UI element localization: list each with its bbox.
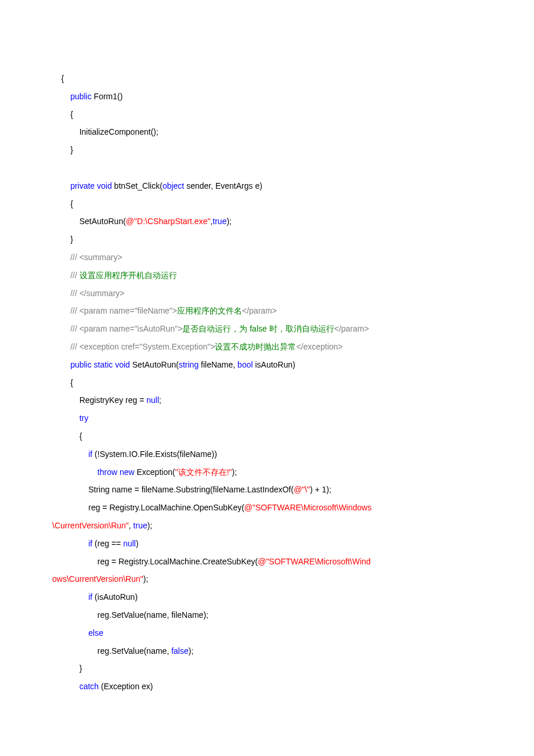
code-token: false — [250, 324, 269, 333]
code-token: </exception> — [296, 342, 342, 351]
code-line: /// <param name="isAutoRun">是否自动运行，为 fal… — [52, 320, 482, 338]
code-token: reg.SetValue(name, — [98, 646, 171, 656]
code-line: String name = fileName.Substring(fileNam… — [52, 481, 482, 499]
code-token: /// — [70, 324, 80, 333]
code-line: else — [52, 624, 482, 642]
code-token: true — [212, 217, 226, 226]
code-token: } — [80, 664, 82, 673]
code-line: ows\CurrentVersion\Run"); — [52, 570, 482, 588]
code-token: { — [70, 378, 73, 387]
code-token: void — [97, 181, 112, 190]
code-token: sender, EventArgs e) — [184, 181, 262, 190]
code-line: if (!System.IO.File.Exists(fileName)) — [52, 445, 482, 463]
code-token: else — [88, 628, 103, 638]
code-token: 设置不成功时抛出异常 — [215, 342, 296, 351]
code-line: /// <exception cref="System.Exception">设… — [52, 338, 482, 356]
code-line: \CurrentVersion\Run", true); — [52, 517, 482, 535]
code-token: reg = Registry.LocalMachine.OpenSubKey( — [88, 503, 244, 512]
code-token: ; — [159, 395, 161, 405]
code-token: bool — [237, 360, 252, 369]
code-token: void — [115, 360, 130, 369]
code-token: ows\CurrentVersion\Run" — [52, 574, 143, 584]
code-token: (Exception ex) — [99, 682, 153, 691]
code-line: try — [52, 409, 482, 427]
code-token: { — [80, 431, 82, 441]
code-token: ) + 1); — [310, 485, 331, 494]
code-token: string — [179, 360, 199, 369]
code-line: { — [52, 106, 482, 124]
code-line: /// 设置应用程序开机自动运行 — [52, 267, 482, 285]
code-token: { — [62, 74, 64, 83]
code-token: reg = Registry.LocalMachine.CreateSubKey… — [98, 557, 258, 566]
code-token: ) — [136, 539, 139, 548]
code-line: /// <summary> — [52, 249, 482, 267]
code-line: SetAutoRun(@"D:\CSharpStart.exe",true); — [52, 213, 482, 231]
code-token: @"\" — [294, 485, 310, 494]
code-token: Form1() — [92, 92, 123, 101]
code-token: catch — [80, 682, 99, 691]
code-token: @"D:\CSharpStart.exe" — [126, 217, 211, 226]
code-token: public — [70, 92, 92, 101]
code-token: ); — [189, 646, 194, 656]
code-line: /// </summary> — [52, 285, 482, 303]
code-line: catch (Exception ex) — [52, 678, 482, 696]
code-line: } — [52, 231, 482, 249]
code-line: public Form1() — [52, 88, 482, 106]
code-token: @"SOFTWARE\Microsoft\Windows — [244, 503, 371, 512]
code-token: InitializeComponent(); — [80, 127, 158, 136]
code-token: /// — [70, 306, 80, 315]
code-token: </param> — [334, 324, 369, 333]
code-line: { — [52, 70, 482, 88]
code-token: { — [70, 110, 73, 119]
code-line: private void btnSet_Click(object sender,… — [52, 177, 482, 195]
code-token: /// — [70, 271, 80, 280]
code-token: <param name="fileName"> — [80, 306, 177, 315]
code-token: static — [94, 360, 113, 369]
code-line: reg = Registry.LocalMachine.OpenSubKey(@… — [52, 499, 482, 517]
code-line: if (isAutoRun) — [52, 588, 482, 606]
code-token: new — [120, 467, 135, 477]
code-token: btnSet_Click( — [112, 181, 163, 190]
code-token: private — [70, 181, 95, 190]
code-token: </param> — [242, 306, 277, 315]
code-line: { — [52, 427, 482, 445]
code-line: reg.SetValue(name, fileName); — [52, 606, 482, 624]
code-token: public — [70, 360, 92, 369]
code-token: SetAutoRun( — [80, 217, 126, 226]
code-line: public static void SetAutoRun(string fil… — [52, 356, 482, 374]
code-document: { public Form1() { InitializeComponent()… — [0, 0, 534, 756]
code-token: (!System.IO.File.Exists(fileName)) — [92, 449, 217, 459]
code-token: </summary> — [80, 289, 125, 298]
code-token: "该文件不存在!" — [175, 467, 232, 477]
code-token: fileName, — [199, 360, 237, 369]
code-token: { — [70, 199, 73, 208]
code-token: reg.SetValue(name, fileName); — [98, 610, 208, 620]
code-token: ); — [232, 467, 237, 477]
code-line: reg = Registry.LocalMachine.CreateSubKey… — [52, 553, 482, 571]
code-block: { public Form1() { InitializeComponent()… — [52, 70, 482, 696]
code-line: } — [52, 141, 482, 159]
code-token: /// — [70, 289, 80, 298]
code-line: { — [52, 374, 482, 392]
code-token: , — [129, 521, 134, 530]
code-line: } — [52, 660, 482, 678]
code-token: @"SOFTWARE\Microsoft\Wind — [258, 557, 370, 566]
code-token: /// — [70, 253, 80, 262]
code-line: InitializeComponent(); — [52, 123, 482, 141]
code-token — [52, 163, 55, 172]
code-line: throw new Exception("该文件不存在!"); — [52, 463, 482, 481]
code-line — [52, 159, 482, 177]
code-token: RegistryKey reg = — [80, 395, 147, 405]
code-token: (isAutoRun) — [92, 592, 138, 602]
code-token: \CurrentVersion\Run" — [52, 521, 129, 530]
code-token: } — [70, 235, 73, 244]
code-token: ); — [226, 217, 232, 226]
code-line: { — [52, 195, 482, 213]
code-token: String name = fileName.Substring(fileNam… — [88, 485, 294, 494]
code-token: false — [171, 646, 189, 656]
code-token: try — [80, 413, 89, 423]
code-token: /// — [70, 342, 80, 351]
code-token: ); — [143, 574, 149, 584]
code-line: RegistryKey reg = null; — [52, 391, 482, 409]
code-token: <param name="isAutoRun"> — [80, 324, 183, 333]
